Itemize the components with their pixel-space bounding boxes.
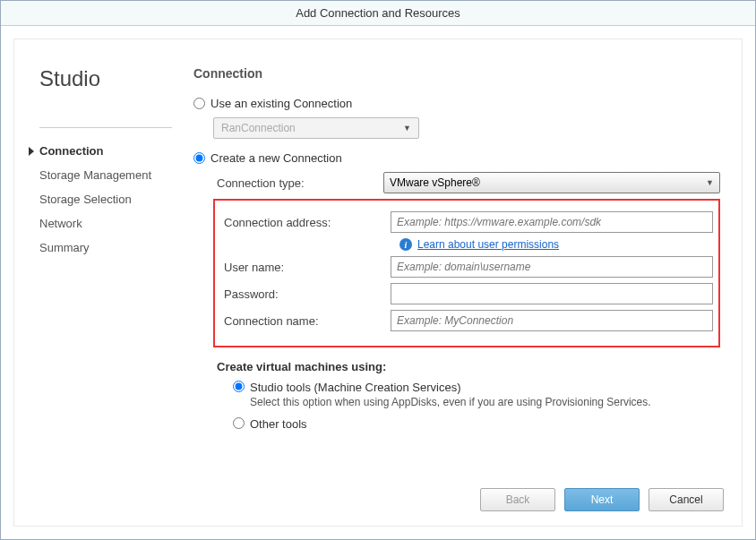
radio-create[interactable] xyxy=(193,152,205,164)
username-input[interactable] xyxy=(391,256,713,278)
chevron-down-icon: ▼ xyxy=(403,124,411,133)
vm-option-studio-desc: Select this option when using AppDisks, … xyxy=(250,396,651,408)
vm-option-other[interactable]: Other tools xyxy=(233,417,720,431)
connection-address-label: Connection address: xyxy=(220,216,391,229)
option-create[interactable]: Create a new Connection xyxy=(193,151,720,165)
connection-type-select[interactable]: VMware vSphere® ▼ xyxy=(383,172,720,193)
sidebar-title: Studio xyxy=(39,66,193,91)
step-storage-selection[interactable]: Storage Selection xyxy=(39,187,193,211)
info-icon: i xyxy=(399,238,412,251)
password-label: Password: xyxy=(220,287,391,301)
option-existing[interactable]: Use an existing Connection xyxy=(193,97,720,110)
step-storage-management[interactable]: Storage Management xyxy=(39,163,193,187)
step-summary[interactable]: Summary xyxy=(39,236,193,260)
username-label: User name: xyxy=(220,261,391,274)
vm-option-studio-label: Studio tools (Machine Creation Services) xyxy=(250,381,651,394)
radio-other-tools[interactable] xyxy=(233,417,245,429)
connection-type-label: Connection type: xyxy=(213,176,383,190)
window-title: Add Connection and Resources xyxy=(1,1,755,26)
step-network[interactable]: Network xyxy=(39,211,193,236)
wizard-body: Studio Connection Storage Management Sto… xyxy=(13,39,743,527)
main-panel: Connection Use an existing Connection Ra… xyxy=(193,39,742,526)
highlighted-form-area: Connection address: i Learn about user p… xyxy=(213,199,720,347)
option-existing-label: Use an existing Connection xyxy=(210,97,352,110)
option-create-label: Create a new Connection xyxy=(210,151,342,165)
connection-type-value: VMware vSphere® xyxy=(390,176,480,189)
radio-studio-tools[interactable] xyxy=(233,381,245,392)
password-input[interactable] xyxy=(391,283,713,304)
connection-name-label: Connection name: xyxy=(220,314,391,328)
connection-name-input[interactable] xyxy=(391,310,713,331)
section-heading: Connection xyxy=(193,66,720,81)
info-row: i Learn about user permissions xyxy=(399,238,713,251)
cancel-button[interactable]: Cancel xyxy=(649,488,724,511)
vm-section-heading: Create virtual machines using: xyxy=(217,360,720,373)
wizard-window: Add Connection and Resources Studio Conn… xyxy=(0,0,756,540)
chevron-down-icon: ▼ xyxy=(706,178,714,187)
next-button[interactable]: Next xyxy=(564,488,640,511)
button-bar: Back Next Cancel xyxy=(480,488,724,511)
sidebar-divider xyxy=(39,127,172,128)
vm-option-other-label: Other tools xyxy=(250,417,307,431)
step-connection[interactable]: Connection xyxy=(39,139,193,163)
existing-connection-value: RanConnection xyxy=(221,122,296,134)
back-button: Back xyxy=(480,488,555,511)
learn-permissions-link[interactable]: Learn about user permissions xyxy=(417,238,559,251)
existing-connection-dropdown: RanConnection ▼ xyxy=(213,117,419,139)
radio-existing[interactable] xyxy=(193,98,205,109)
sidebar: Studio Connection Storage Management Sto… xyxy=(14,39,193,526)
connection-address-input[interactable] xyxy=(391,211,713,233)
vm-option-studio[interactable]: Studio tools (Machine Creation Services)… xyxy=(233,381,720,408)
